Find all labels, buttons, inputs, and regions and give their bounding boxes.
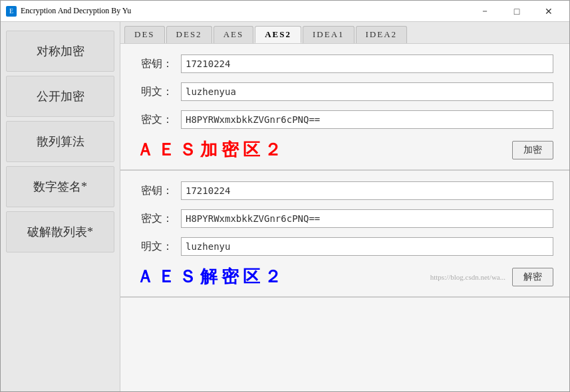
sidebar-item-crack[interactable]: 破解散列表* [6, 211, 114, 252]
decrypt-section: 密钥： 密文： 明文： ＡＥＳ解密区２ https://blog [120, 171, 569, 298]
encrypt-plaintext-input[interactable] [181, 82, 553, 101]
encrypt-plaintext-row: 明文： [136, 82, 553, 101]
tab-aes2[interactable]: AES2 [255, 26, 301, 43]
encrypt-button[interactable]: 加密 [512, 141, 553, 159]
tab-des2[interactable]: DES2 [166, 26, 212, 43]
right-panel: DES DES2 AES AES2 IDEA1 IDEA2 [120, 22, 569, 391]
decrypt-button[interactable]: 解密 [512, 268, 553, 286]
decrypt-key-row: 密钥： [136, 181, 553, 200]
decrypt-plaintext-row: 明文： [136, 237, 553, 256]
main-content: 对称加密 公开加密 散列算法 数字签名* 破解散列表* DES [1, 22, 569, 391]
tab-idea2[interactable]: IDEA2 [356, 26, 408, 43]
tab-bar: DES DES2 AES AES2 IDEA1 IDEA2 [120, 22, 569, 44]
encrypt-section: 密钥： 明文： 密文： ＡＥＳ加密区２ 加密 [120, 44, 569, 171]
decrypt-ciphertext-input[interactable] [181, 209, 553, 228]
window-controls: － □ ✕ [470, 1, 564, 22]
encrypt-key-label: 密钥： [136, 57, 173, 71]
decrypt-ciphertext-label: 密文： [136, 212, 173, 226]
encrypt-ciphertext-row: 密文： [136, 110, 553, 129]
title-bar: E Encryption And Decryption By Yu － □ ✕ [1, 1, 569, 22]
minimize-button[interactable]: － [470, 1, 500, 22]
tab-des[interactable]: DES [124, 26, 165, 43]
decrypt-key-input[interactable] [181, 181, 553, 200]
maximize-button[interactable]: □ [501, 1, 532, 22]
decrypt-footer: ＡＥＳ解密区２ https://blog.csdn.net/wa... 解密 [136, 265, 553, 288]
encrypt-footer: ＡＥＳ加密区２ 加密 [136, 138, 553, 161]
encrypt-key-row: 密钥： [136, 54, 553, 73]
decrypt-ciphertext-row: 密文： [136, 209, 553, 228]
watermark: https://blog.csdn.net/wa... [430, 273, 505, 281]
app-icon: E [6, 6, 17, 17]
encrypt-ciphertext-label: 密文： [136, 113, 173, 127]
sidebar-item-hash[interactable]: 散列算法 [6, 121, 114, 162]
main-window: E Encryption And Decryption By Yu － □ ✕ … [0, 0, 570, 392]
close-button[interactable]: ✕ [533, 1, 564, 22]
sidebar-item-signature[interactable]: 数字签名* [6, 166, 114, 207]
encrypt-key-input[interactable] [181, 54, 553, 73]
sidebar: 对称加密 公开加密 散列算法 数字签名* 破解散列表* [1, 22, 120, 391]
decrypt-title: ＡＥＳ解密区２ [136, 265, 285, 288]
sidebar-item-public[interactable]: 公开加密 [6, 76, 114, 117]
window-title: Encryption And Decryption By Yu [21, 6, 470, 16]
decrypt-plaintext-input[interactable] [181, 237, 553, 256]
decrypt-plaintext-label: 明文： [136, 240, 173, 254]
encrypt-ciphertext-input[interactable] [181, 110, 553, 129]
encrypt-title: ＡＥＳ加密区２ [136, 138, 285, 161]
tab-idea1[interactable]: IDEA1 [303, 26, 355, 43]
sidebar-item-symmetric[interactable]: 对称加密 [6, 31, 114, 72]
encrypt-plaintext-label: 明文： [136, 85, 173, 99]
tab-aes[interactable]: AES [214, 26, 254, 43]
content-area: 密钥： 明文： 密文： ＡＥＳ加密区２ 加密 [120, 44, 569, 391]
decrypt-key-label: 密钥： [136, 184, 173, 198]
